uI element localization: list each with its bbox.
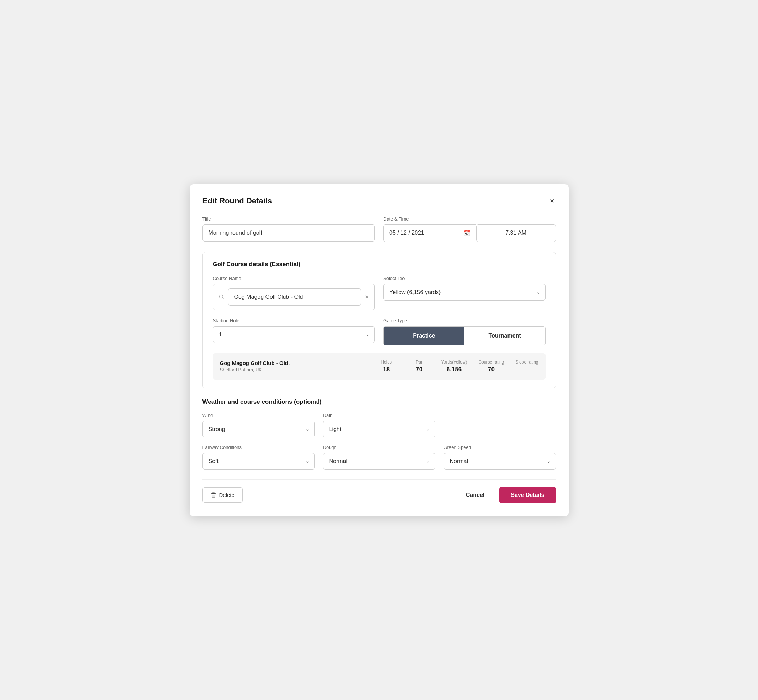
- fairway-dropdown[interactable]: SoftNormalHard: [202, 453, 315, 470]
- course-name-label: Course Name: [213, 276, 375, 281]
- date-text: 05 / 12 / 2021: [389, 230, 424, 236]
- fairway-field: Fairway Conditions SoftNormalHard ⌄: [202, 445, 315, 470]
- wind-rain-row: Wind NoneLightModerateStrongVery Strong …: [202, 412, 556, 438]
- datetime-inputs: 05 / 12 / 2021 📅: [383, 225, 556, 242]
- edit-round-modal: Edit Round Details × Title Date & Time 0…: [190, 184, 568, 516]
- rain-dropdown[interactable]: NoneLightModerateHeavy: [323, 421, 435, 438]
- holes-value: 18: [376, 366, 397, 373]
- slope-rating-label: Slope rating: [515, 359, 538, 364]
- rain-label: Rain: [323, 412, 435, 418]
- select-tee-field: Select Tee Yellow (6,156 yards) White Re…: [383, 276, 545, 310]
- slope-rating-stat: Slope rating -: [515, 359, 538, 373]
- rough-select-wrapper: SoftNormalHard ⌄: [323, 453, 435, 470]
- weather-section-title: Weather and course conditions (optional): [202, 398, 556, 405]
- course-rating-value: 70: [478, 366, 504, 373]
- game-type-field: Game Type Practice Tournament: [383, 318, 545, 345]
- course-name-field: Course Name ×: [213, 276, 375, 310]
- close-button[interactable]: ×: [548, 195, 556, 206]
- green-speed-select-wrapper: SlowNormalFastVery Fast ⌄: [444, 453, 556, 470]
- golf-section-title: Golf Course details (Essential): [213, 261, 545, 268]
- fairway-select-wrapper: SoftNormalHard ⌄: [202, 453, 315, 470]
- tournament-toggle-button[interactable]: Tournament: [464, 327, 545, 345]
- title-input[interactable]: [202, 225, 375, 242]
- date-input[interactable]: 05 / 12 / 2021 📅: [383, 225, 476, 242]
- select-tee-wrapper: Yellow (6,156 yards) White Red Blue ⌄: [383, 284, 545, 300]
- course-info-name: Gog Magog Golf Club - Old,: [220, 360, 365, 366]
- footer-right: Cancel Save Details: [459, 487, 556, 503]
- svg-rect-3: [211, 493, 216, 494]
- title-field: Title: [202, 216, 375, 242]
- fairway-label: Fairway Conditions: [202, 445, 315, 450]
- par-stat: Par 70: [409, 359, 430, 373]
- yards-value: 6,156: [441, 366, 467, 373]
- save-button[interactable]: Save Details: [499, 487, 556, 503]
- game-type-toggle: Practice Tournament: [383, 326, 545, 345]
- datetime-field: Date & Time 05 / 12 / 2021 📅: [383, 216, 556, 242]
- trash-icon: [211, 492, 216, 498]
- datetime-label: Date & Time: [383, 216, 556, 222]
- holes-stat: Holes 18: [376, 359, 397, 373]
- course-name-clear-button[interactable]: ×: [365, 294, 369, 300]
- green-speed-dropdown[interactable]: SlowNormalFastVery Fast: [444, 453, 556, 470]
- title-label: Title: [202, 216, 375, 222]
- modal-header: Edit Round Details ×: [202, 195, 556, 206]
- course-name-wrapper[interactable]: ×: [213, 284, 375, 310]
- wind-field: Wind NoneLightModerateStrongVery Strong …: [202, 412, 315, 438]
- rain-select-wrapper: NoneLightModerateHeavy ⌄: [323, 421, 435, 438]
- par-label: Par: [409, 359, 430, 364]
- par-value: 70: [409, 366, 430, 373]
- rough-dropdown[interactable]: SoftNormalHard: [323, 453, 435, 470]
- svg-line-1: [222, 298, 224, 299]
- yards-label: Yards(Yellow): [441, 359, 467, 364]
- wind-label: Wind: [202, 412, 315, 418]
- search-icon: [219, 294, 224, 300]
- time-input[interactable]: [476, 225, 556, 242]
- cancel-button[interactable]: Cancel: [459, 488, 491, 503]
- course-tee-row: Course Name × Select Tee Yellow (6,156 y…: [213, 276, 545, 310]
- holes-label: Holes: [376, 359, 397, 364]
- slope-rating-value: -: [515, 366, 538, 373]
- svg-rect-2: [213, 493, 215, 493]
- course-info-location: Shelford Bottom, UK: [220, 367, 365, 372]
- green-speed-label: Green Speed: [444, 445, 556, 450]
- select-tee-dropdown[interactable]: Yellow (6,156 yards) White Red Blue: [383, 284, 545, 300]
- rough-field: Rough SoftNormalHard ⌄: [323, 445, 435, 470]
- course-name-input[interactable]: [228, 289, 362, 306]
- course-info-bar: Gog Magog Golf Club - Old, Shelford Bott…: [213, 353, 545, 380]
- wind-select-wrapper: NoneLightModerateStrongVery Strong ⌄: [202, 421, 315, 438]
- game-type-label: Game Type: [383, 318, 545, 323]
- fairway-rough-green-row: Fairway Conditions SoftNormalHard ⌄ Roug…: [202, 445, 556, 470]
- starting-hole-wrapper: 12345 678910 ⌄: [213, 326, 375, 343]
- top-row: Title Date & Time 05 / 12 / 2021 📅: [202, 216, 556, 242]
- practice-toggle-button[interactable]: Practice: [384, 327, 464, 345]
- modal-title: Edit Round Details: [202, 196, 272, 206]
- footer-row: Delete Cancel Save Details: [202, 480, 556, 503]
- delete-button[interactable]: Delete: [202, 487, 243, 503]
- golf-course-section: Golf Course details (Essential) Course N…: [202, 252, 556, 388]
- course-rating-label: Course rating: [478, 359, 504, 364]
- yards-stat: Yards(Yellow) 6,156: [441, 359, 467, 373]
- select-tee-label: Select Tee: [383, 276, 545, 281]
- rain-field: Rain NoneLightModerateHeavy ⌄: [323, 412, 435, 438]
- course-rating-stat: Course rating 70: [478, 359, 504, 373]
- weather-section: Weather and course conditions (optional)…: [202, 398, 556, 470]
- calendar-icon: 📅: [464, 230, 470, 236]
- starting-hole-dropdown[interactable]: 12345 678910: [213, 326, 375, 343]
- green-speed-field: Green Speed SlowNormalFastVery Fast ⌄: [444, 445, 556, 470]
- starting-hole-field: Starting Hole 12345 678910 ⌄: [213, 318, 375, 345]
- hole-gametype-row: Starting Hole 12345 678910 ⌄ Game Type P…: [213, 318, 545, 345]
- wind-dropdown[interactable]: NoneLightModerateStrongVery Strong: [202, 421, 315, 438]
- rough-label: Rough: [323, 445, 435, 450]
- course-info-name-block: Gog Magog Golf Club - Old, Shelford Bott…: [220, 360, 365, 372]
- delete-label: Delete: [219, 492, 235, 498]
- starting-hole-label: Starting Hole: [213, 318, 375, 323]
